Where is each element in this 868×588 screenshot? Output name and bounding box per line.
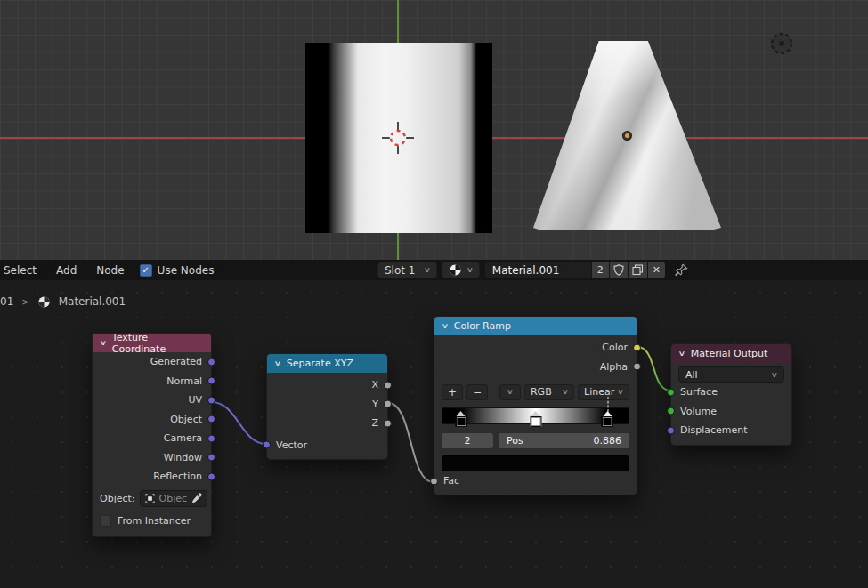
chevron-down-icon: ∨ [771,371,778,379]
socket-camera-output[interactable] [207,434,215,442]
breadcrumb-material[interactable]: Material.001 [59,295,126,308]
node-header-texture-coordinate[interactable]: ∨ Texture Coordinate [93,334,211,352]
socket-y-output[interactable] [384,400,392,408]
use-nodes-toggle[interactable]: ✓ Use Nodes [140,264,215,277]
ramp-options-dropdown[interactable]: ∨ [499,384,521,400]
chevron-down-icon[interactable]: ∨ [100,339,108,347]
node-color-ramp[interactable]: ∨ Color Ramp Color Alpha + − ∨ RGB ∨ Lin… [434,316,637,495]
node-title: Separate XYZ [287,358,353,369]
ramp-stop-1[interactable] [530,411,541,427]
node-header-separate-xyz[interactable]: ∨ Separate XYZ [267,354,387,373]
users-count-button[interactable]: 2 [592,262,609,278]
object-field-label: Object: [100,493,135,504]
pos-label: Pos [507,435,523,447]
eyedropper-icon[interactable] [191,493,202,503]
3d-cursor-icon [371,111,425,165]
input-label-fac: Fac [443,475,459,487]
output-target-dropdown[interactable]: All ∨ [678,366,784,383]
slot-value: Slot 1 [385,264,415,277]
pin-icon[interactable] [675,263,688,277]
socket-volume-input[interactable] [667,407,675,415]
socket-displacement-input[interactable] [667,426,675,434]
unlink-button[interactable]: ✕ [648,262,665,278]
socket-uv-output[interactable] [207,396,215,404]
interpolation-value: Linear [584,386,614,398]
output-label-alpha: Alpha [600,361,628,373]
chevron-down-icon[interactable]: ∨ [678,350,686,358]
shield-icon [613,264,624,276]
stop-position-slider[interactable]: Pos 0.886 [499,433,629,448]
node-separate-xyz[interactable]: ∨ Separate XYZ X Y Z Vector [266,353,388,460]
chevron-down-icon: ∨ [466,266,474,274]
output-label-camera: Camera [164,432,202,444]
socket-color-output[interactable] [633,343,641,351]
new-material-button[interactable] [629,262,647,278]
input-label-surface: Surface [680,386,718,398]
node-header-color-ramp[interactable]: ∨ Color Ramp [434,317,637,335]
active-stop-color-swatch[interactable] [442,455,629,471]
breadcrumb-parent[interactable]: 01 [0,295,13,308]
chevron-right-icon: > [21,297,28,307]
object-data-icon [145,494,155,503]
3d-viewport[interactable] [0,0,868,260]
socket-object-output[interactable] [207,415,215,423]
material-sphere-icon [37,295,51,309]
menu-add[interactable]: Add [46,264,86,277]
socket-vector-input[interactable] [263,441,271,449]
chevron-down-icon[interactable]: ∨ [274,359,282,367]
socket-surface-input[interactable] [667,388,675,396]
socket-x-output[interactable] [384,381,392,389]
menu-select[interactable]: Select [0,264,46,277]
ramp-stop-2-selected[interactable] [602,411,613,427]
material-name-input[interactable]: Material.001 [484,262,592,278]
node-title: Material Output [691,348,767,359]
output-label-generated: Generated [150,356,202,367]
node-texture-coordinate[interactable]: ∨ Texture Coordinate Generated Normal UV… [92,333,212,537]
active-stop-index-field[interactable]: 2 [442,433,493,448]
output-label-uv: UV [188,394,202,406]
socket-normal-output[interactable] [207,377,215,385]
node-material-output[interactable]: ∨ Material Output All ∨ Surface Volume D… [670,343,792,446]
chevron-down-icon: ∨ [617,388,624,396]
checkbox-unchecked-icon[interactable] [100,515,111,527]
navigate-gizmo-icon[interactable] [767,29,796,58]
node-editor-header: Select Add Node ✓ Use Nodes Slot 1 ∨ ∨ M… [0,260,868,280]
chevron-down-icon: ∨ [562,388,569,396]
socket-fac-input[interactable] [430,477,438,485]
slot-dropdown[interactable]: Slot 1 ∨ [377,262,437,278]
material-browse-dropdown[interactable]: ∨ [442,262,480,278]
socket-alpha-output[interactable] [633,363,641,371]
node-title: Color Ramp [454,320,511,332]
fake-user-button[interactable] [610,262,628,278]
interpolation-dropdown[interactable]: Linear ∨ [578,384,629,400]
socket-z-output[interactable] [384,419,392,427]
object-field-placeholder: Objec [159,493,188,504]
menu-node[interactable]: Node [86,264,134,277]
input-label-displacement: Displacement [680,424,748,436]
chevron-down-icon[interactable]: ∨ [442,322,450,330]
chevron-down-icon: ∨ [424,266,431,274]
input-label-volume: Volume [680,406,717,417]
remove-stop-button[interactable]: − [466,384,488,400]
output-label-color: Color [602,342,628,353]
output-label-object: Object [170,414,202,425]
color-mode-dropdown[interactable]: RGB ∨ [524,384,574,400]
object-select-field[interactable]: Objec [140,490,208,507]
close-icon: ✕ [653,264,661,276]
from-instancer-toggle[interactable]: From Instancer [93,511,211,532]
node-header-material-output[interactable]: ∨ Material Output [671,344,791,363]
checkbox-checked-icon[interactable]: ✓ [140,264,152,277]
color-ramp-gradient[interactable] [442,407,629,424]
socket-generated-output[interactable] [207,358,215,366]
output-label-x: X [371,379,378,391]
ramp-stop-0[interactable] [455,411,466,427]
from-instancer-label: From Instancer [118,515,191,527]
duplicate-icon [632,264,644,276]
node-title: Texture Coordinate [112,332,203,355]
input-label-vector: Vector [276,439,307,451]
add-stop-button[interactable]: + [442,384,463,400]
pos-value: 0.886 [594,435,622,447]
socket-reflection-output[interactable] [207,472,215,480]
socket-window-output[interactable] [207,454,215,462]
blender-window: Select Add Node ✓ Use Nodes Slot 1 ∨ ∨ M… [0,0,868,588]
